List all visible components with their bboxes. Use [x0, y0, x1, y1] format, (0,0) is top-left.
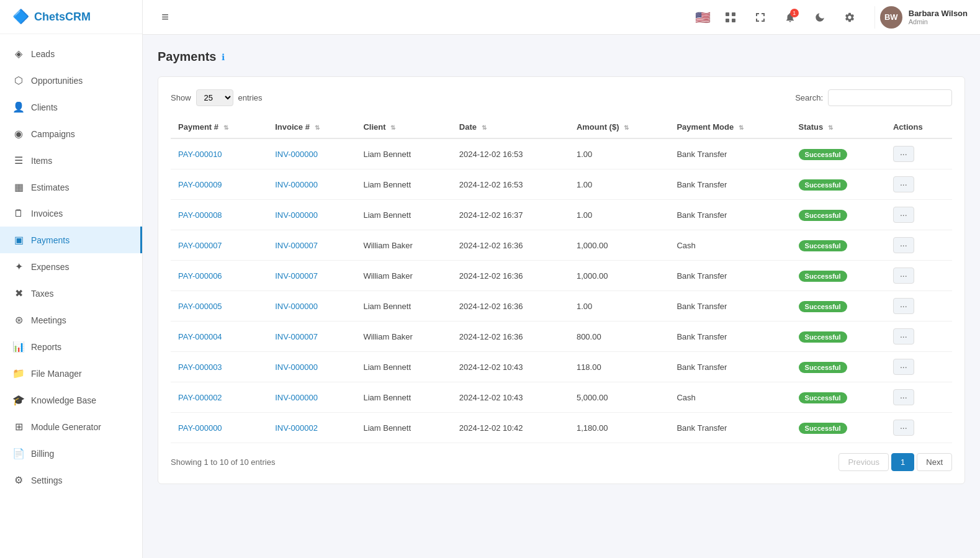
- cell-mode: Bank Transfer: [669, 322, 791, 352]
- cell-client: Liam Bennett: [356, 413, 451, 443]
- row-actions-button[interactable]: ···: [893, 389, 914, 405]
- status-badge: Successful: [799, 331, 847, 343]
- row-actions-button[interactable]: ···: [893, 298, 914, 314]
- dark-mode-button[interactable]: [810, 7, 830, 27]
- cell-client: William Baker: [356, 261, 451, 291]
- sidebar-item-opportunities[interactable]: ⬡ Opportunities: [0, 67, 142, 94]
- row-actions-button[interactable]: ···: [893, 420, 914, 436]
- sidebar-item-reports[interactable]: 📊 Reports: [0, 333, 142, 360]
- sidebar-item-label: Meetings: [31, 315, 66, 325]
- entries-select[interactable]: 25 10 50 100: [196, 89, 233, 106]
- col-status[interactable]: Status ⇅: [791, 116, 886, 138]
- cell-actions: ···: [886, 413, 952, 443]
- cell-actions: ···: [886, 138, 952, 169]
- sidebar-item-module-generator[interactable]: ⊞ Module Generator: [0, 413, 142, 440]
- sidebar-item-label: Knowledge Base: [31, 395, 96, 405]
- sidebar-item-knowledge-base[interactable]: 🎓 Knowledge Base: [0, 387, 142, 413]
- search-input[interactable]: [828, 89, 952, 106]
- cell-payment: PAY-000007: [171, 230, 267, 261]
- payment-link[interactable]: PAY-000004: [178, 332, 222, 341]
- sidebar-item-expenses[interactable]: ✦ Expenses: [0, 253, 142, 280]
- page-1-button[interactable]: 1: [891, 453, 914, 471]
- sidebar-item-items[interactable]: ☰ Items: [0, 147, 142, 174]
- table-row: PAY-000000 INV-000002 Liam Bennett 2024-…: [171, 413, 952, 443]
- fullscreen-button[interactable]: [750, 7, 770, 27]
- sidebar-logo[interactable]: 🔷 ChetsCRM: [0, 0, 142, 34]
- showing-text: Showing 1 to 10 of 10 entries: [171, 457, 275, 467]
- sidebar-item-clients[interactable]: 👤 Clients: [0, 94, 142, 120]
- invoice-link[interactable]: INV-000007: [275, 271, 318, 281]
- col-invoice-num[interactable]: Invoice # ⇅: [267, 116, 356, 138]
- expenses-icon: ✦: [12, 261, 25, 272]
- payment-link[interactable]: PAY-000010: [178, 150, 222, 159]
- row-actions-button[interactable]: ···: [893, 207, 914, 223]
- col-amount[interactable]: Amount ($) ⇅: [569, 116, 670, 138]
- payment-link[interactable]: PAY-000007: [178, 241, 222, 250]
- status-badge: Successful: [799, 210, 847, 221]
- row-actions-button[interactable]: ···: [893, 176, 914, 192]
- cell-client: Liam Bennett: [356, 352, 451, 382]
- cell-amount: 800.00: [569, 322, 670, 352]
- cell-actions: ···: [886, 322, 952, 352]
- sidebar-item-billing[interactable]: 📄 Billing: [0, 440, 142, 467]
- settings-button[interactable]: [840, 7, 860, 27]
- payment-link[interactable]: PAY-000006: [178, 271, 222, 281]
- payment-link[interactable]: PAY-000000: [178, 423, 222, 433]
- user-profile-area[interactable]: BW Barbara Wilson Admin: [874, 6, 968, 29]
- invoice-link[interactable]: INV-000000: [275, 362, 318, 372]
- row-actions-button[interactable]: ···: [893, 328, 914, 344]
- invoice-link[interactable]: INV-000007: [275, 241, 318, 250]
- col-date[interactable]: Date ⇅: [452, 116, 569, 138]
- language-flag[interactable]: 🇺🇸: [695, 10, 711, 25]
- previous-button[interactable]: Previous: [838, 453, 889, 471]
- cell-status: Successful: [791, 169, 886, 200]
- cell-status: Successful: [791, 291, 886, 322]
- user-name: Barbara Wilson: [909, 9, 968, 18]
- invoice-link[interactable]: INV-000007: [275, 332, 318, 341]
- sidebar-item-campaigns[interactable]: ◉ Campaigns: [0, 120, 142, 147]
- next-button[interactable]: Next: [917, 453, 952, 471]
- cell-payment: PAY-000010: [171, 138, 267, 169]
- invoice-link[interactable]: INV-000000: [275, 150, 318, 159]
- col-label: Invoice #: [275, 122, 310, 132]
- notification-badge: 1: [790, 9, 799, 17]
- payment-link[interactable]: PAY-000009: [178, 180, 222, 189]
- cell-payment: PAY-000008: [171, 200, 267, 230]
- sidebar-item-taxes[interactable]: ✖ Taxes: [0, 280, 142, 307]
- cell-amount: 1,180.00: [569, 413, 670, 443]
- sidebar-item-settings[interactable]: ⚙ Settings: [0, 467, 142, 493]
- sidebar-item-estimates[interactable]: ▦ Estimates: [0, 174, 142, 200]
- cell-payment: PAY-000003: [171, 352, 267, 382]
- sidebar-item-file-manager[interactable]: 📁 File Manager: [0, 360, 142, 387]
- payment-link[interactable]: PAY-000003: [178, 362, 222, 372]
- page-info-icon[interactable]: ℹ: [222, 52, 225, 62]
- row-actions-button[interactable]: ···: [893, 268, 914, 284]
- col-payment-mode[interactable]: Payment Mode ⇅: [669, 116, 791, 138]
- sidebar-item-label: File Manager: [31, 369, 82, 379]
- cell-mode: Bank Transfer: [669, 200, 791, 230]
- row-actions-button[interactable]: ···: [893, 359, 914, 375]
- invoice-link[interactable]: INV-000000: [275, 393, 318, 402]
- sidebar-item-leads[interactable]: ◈ Leads: [0, 40, 142, 67]
- sidebar-item-payments[interactable]: ▣ Payments: [0, 227, 142, 253]
- payments-table: Payment # ⇅ Invoice # ⇅ Client ⇅ Date: [171, 116, 952, 443]
- cell-date: 2024-12-02 16:53: [452, 138, 569, 169]
- col-payment-num[interactable]: Payment # ⇅: [171, 116, 267, 138]
- notifications-button[interactable]: 1: [780, 7, 800, 27]
- invoice-link[interactable]: INV-000002: [275, 423, 318, 433]
- payment-link[interactable]: PAY-000008: [178, 210, 222, 220]
- invoice-link[interactable]: INV-000000: [275, 302, 318, 311]
- apps-grid-button[interactable]: [721, 7, 740, 27]
- payment-link[interactable]: PAY-000002: [178, 393, 222, 402]
- row-actions-button[interactable]: ···: [893, 237, 914, 253]
- payment-link[interactable]: PAY-000005: [178, 302, 222, 311]
- invoice-link[interactable]: INV-000000: [275, 210, 318, 220]
- sidebar-item-meetings[interactable]: ⊛ Meetings: [0, 307, 142, 333]
- row-actions-button[interactable]: ···: [893, 146, 914, 162]
- sidebar-item-invoices[interactable]: 🗒 Invoices: [0, 200, 142, 227]
- col-client[interactable]: Client ⇅: [356, 116, 451, 138]
- grid-icon: [725, 12, 736, 23]
- invoice-link[interactable]: INV-000000: [275, 180, 318, 189]
- hamburger-menu-button[interactable]: ≡: [155, 7, 175, 27]
- cell-mode: Bank Transfer: [669, 261, 791, 291]
